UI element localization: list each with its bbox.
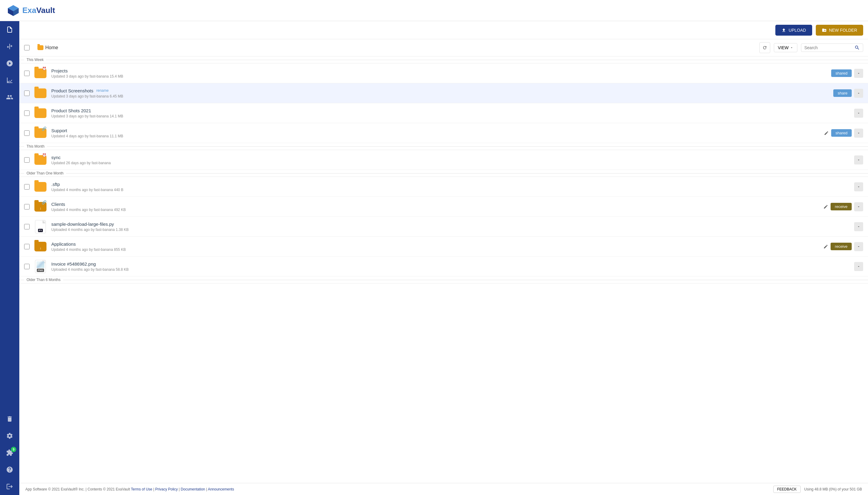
receive-button[interactable]: receive xyxy=(831,203,852,210)
sidebar-item-plugins[interactable]: 9 xyxy=(0,444,19,461)
download-arrow-icon: ↓ xyxy=(39,206,41,210)
row-checkbox[interactable] xyxy=(24,131,30,136)
table-row: Product Screenshots rename Updated 3 day… xyxy=(19,83,868,103)
sidebar-item-analytics[interactable] xyxy=(0,72,19,89)
file-info: sample-download-large-files.py Uploaded … xyxy=(51,222,854,232)
breadcrumb-row: Home VIEW xyxy=(19,39,868,56)
dropdown-button[interactable] xyxy=(854,262,863,271)
search-icon[interactable] xyxy=(854,45,860,50)
row-checkbox[interactable] xyxy=(24,204,30,209)
row-checkbox[interactable] xyxy=(24,157,30,163)
privacy-link[interactable]: Privacy Policy xyxy=(155,487,178,491)
sidebar-item-trash[interactable] xyxy=(0,410,19,427)
refresh-button[interactable] xyxy=(759,42,770,53)
file-link[interactable]: sample-download-large-files.py xyxy=(51,222,114,227)
py-badge: PY xyxy=(38,229,43,232)
file-link[interactable]: sync xyxy=(51,155,60,160)
file-icon-wrap xyxy=(34,87,47,100)
table-row: PY sample-download-large-files.py Upload… xyxy=(19,217,868,237)
dropdown-button[interactable] xyxy=(854,242,863,251)
file-link[interactable]: Projects xyxy=(51,68,68,73)
view-button[interactable]: VIEW xyxy=(774,43,797,52)
rename-tag[interactable]: rename xyxy=(96,88,109,93)
file-name: Support xyxy=(51,128,824,133)
row-checkbox[interactable] xyxy=(24,184,30,190)
png-file-icon: PNG xyxy=(35,260,46,273)
file-info: Support Updated 4 days ago by fast-banan… xyxy=(51,128,824,138)
row-checkbox[interactable] xyxy=(24,244,30,249)
dropdown-button[interactable] xyxy=(854,69,863,78)
new-folder-button[interactable]: NEW FOLDER xyxy=(816,25,863,36)
file-name: Projects xyxy=(51,68,831,73)
storage-text: Using 48.8 MB (0%) of your 501 GB xyxy=(804,487,862,491)
file-link[interactable]: Support xyxy=(51,128,67,133)
file-meta: Updated 4 months ago by fast-banana 855 … xyxy=(51,248,823,252)
sidebar-item-logout[interactable] xyxy=(0,478,19,495)
shared-button[interactable]: shared xyxy=(831,69,852,77)
clock-icon: ⏰ xyxy=(42,67,47,71)
breadcrumb-home-label: Home xyxy=(45,45,58,50)
folder-icon xyxy=(34,182,47,192)
dropdown-button[interactable] xyxy=(854,182,863,191)
edit-button[interactable] xyxy=(824,131,829,136)
file-actions: shared xyxy=(824,129,863,138)
file-info: Applications Updated 4 months ago by fas… xyxy=(51,241,823,252)
upload-button[interactable]: UPLOAD xyxy=(775,25,812,36)
announcements-link[interactable]: Announcements xyxy=(208,487,234,491)
file-actions xyxy=(854,222,863,231)
file-link[interactable]: Product Shots 2021 xyxy=(51,108,91,113)
dropdown-button[interactable] xyxy=(854,155,863,165)
row-checkbox[interactable] xyxy=(24,71,30,76)
dropdown-button[interactable] xyxy=(854,202,863,211)
logo[interactable]: ExaVault xyxy=(7,4,55,17)
row-checkbox[interactable] xyxy=(24,110,30,116)
sidebar-item-help[interactable] xyxy=(0,461,19,478)
file-meta: Updated 4 days ago by fast-banana 11.1 M… xyxy=(51,134,824,138)
edit-button[interactable] xyxy=(823,204,828,209)
section-older-one-month: Older Than One Month xyxy=(19,170,868,177)
file-icon-wrap xyxy=(34,180,47,193)
sidebar-item-files[interactable] xyxy=(0,21,19,38)
file-name: sample-download-large-files.py xyxy=(51,222,854,227)
shared-button[interactable]: shared xyxy=(831,129,852,137)
row-checkbox[interactable] xyxy=(24,224,30,229)
breadcrumb[interactable]: Home xyxy=(37,45,58,50)
file-name: Clients xyxy=(51,202,823,207)
terms-link[interactable]: Terms of Use xyxy=(131,487,152,491)
documentation-link[interactable]: Documentation xyxy=(181,487,205,491)
file-name: .sftp xyxy=(51,182,854,187)
sidebar-bottom: 9 xyxy=(0,410,19,495)
share-button[interactable]: share xyxy=(833,89,852,97)
file-actions: share xyxy=(833,89,863,98)
row-checkbox[interactable] xyxy=(24,264,30,269)
receive-button[interactable]: receive xyxy=(831,243,852,250)
dropdown-button[interactable] xyxy=(854,129,863,138)
file-info: Invoice #5486962.png Uploaded 4 months a… xyxy=(51,261,854,272)
file-link[interactable]: Applications xyxy=(51,241,76,246)
dropdown-button[interactable] xyxy=(854,89,863,98)
file-actions xyxy=(854,262,863,271)
search-input[interactable] xyxy=(804,45,853,50)
file-meta: Uploaded 4 months ago by fast-banana 1.3… xyxy=(51,227,854,232)
file-link[interactable]: Clients xyxy=(51,202,65,207)
file-meta: Updated 4 months ago by fast-banana 492 … xyxy=(51,208,823,212)
file-icon-wrap: ⏰ xyxy=(34,153,47,167)
file-link[interactable]: Invoice #5486962.png xyxy=(51,261,96,267)
logo-text: ExaVault xyxy=(22,6,55,15)
file-link[interactable]: Product Screenshots xyxy=(51,88,93,93)
sidebar-item-integrations[interactable] xyxy=(0,38,19,55)
sidebar-item-users[interactable] xyxy=(0,89,19,106)
sidebar-item-settings[interactable] xyxy=(0,427,19,444)
feedback-button[interactable]: FEEDBACK xyxy=(773,485,801,493)
select-all-checkbox[interactable] xyxy=(24,45,30,50)
file-link[interactable]: .sftp xyxy=(51,182,60,187)
edit-button[interactable] xyxy=(823,244,828,249)
sidebar-item-activity[interactable] xyxy=(0,55,19,72)
link-icon: 🔗 xyxy=(42,200,47,205)
footer: App Software © 2021 ExaVault® Inc. | Con… xyxy=(19,483,868,495)
dropdown-button[interactable] xyxy=(854,109,863,118)
row-checkbox[interactable] xyxy=(24,90,30,96)
file-icon-wrap: PNG xyxy=(34,260,47,273)
dropdown-button[interactable] xyxy=(854,222,863,231)
file-icon-wrap: PY xyxy=(34,220,47,233)
